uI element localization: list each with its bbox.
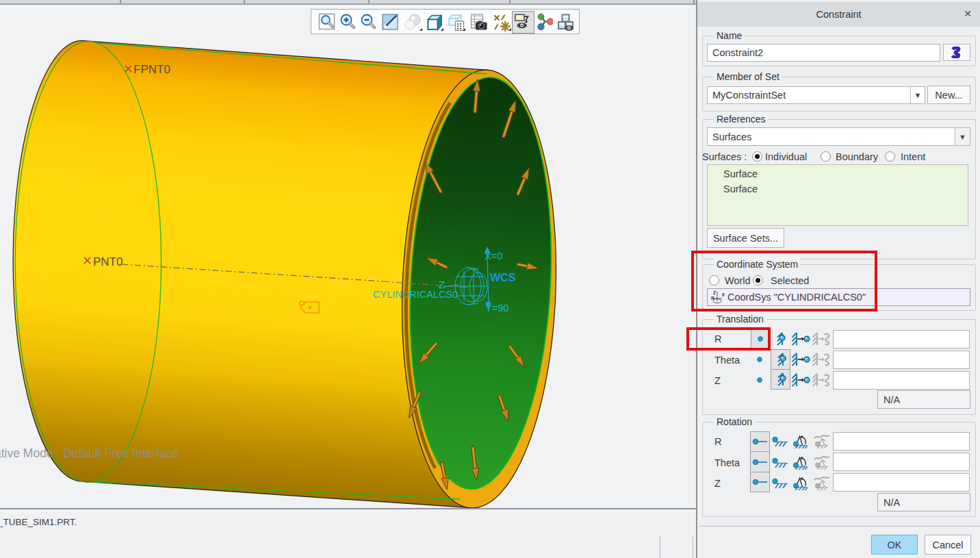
svg-text:Y=90: Y=90: [485, 303, 508, 314]
svg-text:CYLINDRICALCS0: CYLINDRICALCS0: [373, 289, 458, 300]
svg-text:ative Mode : Default Free Inte: ative Mode : Default Free Interface: [0, 446, 179, 460]
svg-text:WCS: WCS: [490, 272, 516, 283]
svg-text:PNT0: PNT0: [93, 255, 122, 268]
svg-text:FPNT0: FPNT0: [133, 63, 170, 76]
svg-text:X=0: X=0: [485, 251, 502, 262]
